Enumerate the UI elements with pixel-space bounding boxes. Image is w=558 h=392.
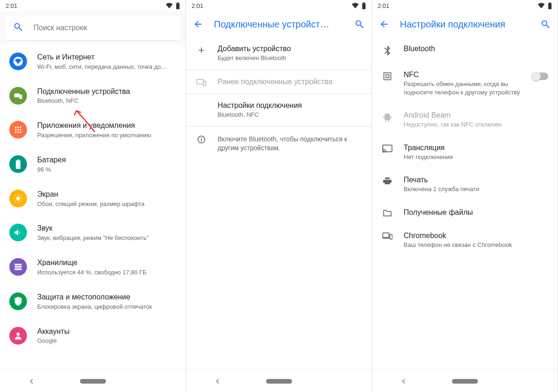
- search-button[interactable]: [354, 19, 365, 30]
- nav-back-icon[interactable]: [19, 378, 45, 385]
- row-sub: Будет включен Bluetooth: [218, 54, 362, 62]
- settings-item-connected[interactable]: Подключенные устройства Bluetooth, NFC: [0, 79, 186, 113]
- settings-item-accounts[interactable]: Аккаунты Google: [0, 319, 186, 353]
- nav-home-icon[interactable]: [80, 379, 106, 384]
- settings-item-storage[interactable]: Хранилище Используется 44 %, свободно 17…: [0, 250, 186, 285]
- row-title: Android Beam: [404, 111, 548, 120]
- status-time: 2:01: [378, 2, 389, 9]
- search-input[interactable]: [33, 24, 173, 32]
- nav-bar: [372, 370, 558, 392]
- settings-item-display[interactable]: Экран Обои, спящий режим, размер шрифта: [0, 182, 186, 216]
- item-title: Аккаунты: [37, 327, 176, 337]
- svg-point-11: [20, 132, 21, 133]
- folder-icon: [381, 209, 393, 217]
- battery-icon: [176, 2, 180, 9]
- svg-rect-35: [385, 120, 387, 122]
- item-sub: Wi-Fi, моб. сети, передача данных, точка…: [37, 63, 176, 71]
- svg-line-20: [20, 195, 21, 196]
- svg-point-8: [20, 129, 21, 131]
- received-files-row[interactable]: Полученные файлы: [372, 201, 558, 224]
- status-bar: 2:01: [372, 0, 558, 11]
- row-title: Ранее подключенные устройства: [218, 78, 362, 86]
- nfc-toggle[interactable]: [532, 73, 548, 80]
- wifi-icon: [538, 3, 545, 8]
- svg-point-38: [383, 152, 384, 153]
- row-sub: Bluetooth, NFC: [218, 111, 362, 119]
- svg-rect-2: [20, 94, 22, 99]
- back-button[interactable]: [193, 19, 204, 30]
- android-beam-row: Android Beam Недоступно, так как NFC отк…: [372, 104, 558, 136]
- info-text: Включите Bluetooth, чтобы подключиться к…: [218, 135, 362, 153]
- row-title: Добавить устройство: [218, 45, 362, 53]
- svg-rect-29: [201, 137, 202, 138]
- chromebook-row[interactable]: Chromebook Ваш телефон не связан с Chrom…: [372, 224, 558, 257]
- print-row[interactable]: Печать Включена 1 служба печати: [372, 168, 558, 201]
- chromebook-icon: [381, 233, 393, 240]
- account-icon: [9, 327, 27, 345]
- settings-item-battery[interactable]: Батарея 96 %: [0, 147, 186, 182]
- bluetooth-row[interactable]: Bluetooth: [372, 37, 558, 63]
- settings-item-sound[interactable]: Звук Звук, вибрация, режим "Не беспокоит…: [0, 216, 186, 250]
- wifi-icon: [352, 3, 359, 8]
- svg-point-6: [15, 129, 17, 131]
- svg-rect-36: [388, 120, 390, 122]
- bluetooth-icon: [381, 46, 393, 56]
- row-title: Chromebook: [404, 232, 548, 240]
- wifi-circle-icon: [9, 53, 27, 70]
- svg-line-18: [20, 201, 21, 202]
- search-button[interactable]: [540, 19, 551, 30]
- item-sub: 96 %: [37, 166, 176, 174]
- svg-rect-39: [383, 233, 389, 238]
- spacer: [372, 256, 558, 370]
- nav-home-icon[interactable]: [452, 379, 478, 384]
- svg-point-4: [17, 126, 19, 128]
- appbar-title: Настройки подключения: [400, 19, 530, 30]
- appbar-title: Подключенные устройст…: [214, 19, 344, 30]
- item-sub: Bluetooth, NFC: [37, 97, 176, 105]
- wifi-icon: [166, 3, 173, 8]
- status-bar: 2:01: [186, 0, 372, 11]
- settings-item-network[interactable]: Сеть и Интернет Wi-Fi, моб. сети, переда…: [0, 45, 186, 79]
- status-right: [538, 2, 552, 9]
- svg-rect-30: [384, 73, 391, 80]
- row-title: Трансляция: [404, 144, 548, 152]
- row-sub: Недоступно, так как NFC отключен: [404, 120, 548, 129]
- row-title: Bluetooth: [404, 45, 548, 53]
- app-bar: Подключенные устройст…: [186, 11, 372, 37]
- settings-item-security[interactable]: Защита и местоположение Блокировка экран…: [0, 285, 186, 319]
- settings-list: Сеть и Интернет Wi-Fi, моб. сети, переда…: [0, 45, 186, 370]
- android-icon: [381, 112, 393, 122]
- svg-rect-28: [201, 139, 202, 141]
- row-title: Полученные файлы: [404, 208, 548, 217]
- search-box[interactable]: [5, 16, 181, 40]
- connection-prefs-row[interactable]: Настройки подключения Bluetooth, NFC: [186, 94, 372, 126]
- svg-rect-41: [390, 234, 392, 239]
- svg-point-33: [383, 117, 385, 118]
- row-title: Настройки подключения: [218, 101, 362, 110]
- svg-line-17: [15, 195, 16, 196]
- item-title: Сеть и Интернет: [37, 53, 176, 62]
- row-sub: Включена 1 служба печати: [404, 185, 548, 193]
- item-sub: Google: [37, 337, 176, 345]
- plus-icon: [195, 46, 207, 55]
- print-icon: [381, 177, 393, 185]
- info-icon: [195, 135, 207, 144]
- svg-rect-23: [15, 268, 22, 270]
- cast-row[interactable]: Трансляция Нет подключения: [372, 136, 558, 169]
- settings-item-apps[interactable]: Приложения и уведомления Разрешения, при…: [0, 113, 186, 147]
- nav-back-icon[interactable]: [205, 378, 231, 385]
- back-button[interactable]: [379, 19, 390, 30]
- row-title: NFC: [404, 71, 522, 79]
- status-time: 2:01: [192, 2, 203, 9]
- add-device-row[interactable]: Добавить устройство Будет включен Blueto…: [186, 37, 372, 70]
- nfc-row[interactable]: NFC Разрешить обмен данными, когда вы по…: [372, 63, 558, 104]
- nav-back-icon[interactable]: [391, 378, 417, 385]
- status-right: [352, 2, 366, 9]
- status-bar: 2:01: [0, 0, 186, 11]
- nav-home-icon[interactable]: [266, 379, 292, 384]
- item-title: Экран: [37, 190, 176, 199]
- previously-connected-row[interactable]: Ранее подключенные устройства: [186, 70, 372, 93]
- svg-rect-25: [197, 79, 203, 84]
- item-sub: Используется 44 %, свободно 17,80 ГБ: [37, 269, 176, 277]
- svg-rect-37: [383, 145, 392, 152]
